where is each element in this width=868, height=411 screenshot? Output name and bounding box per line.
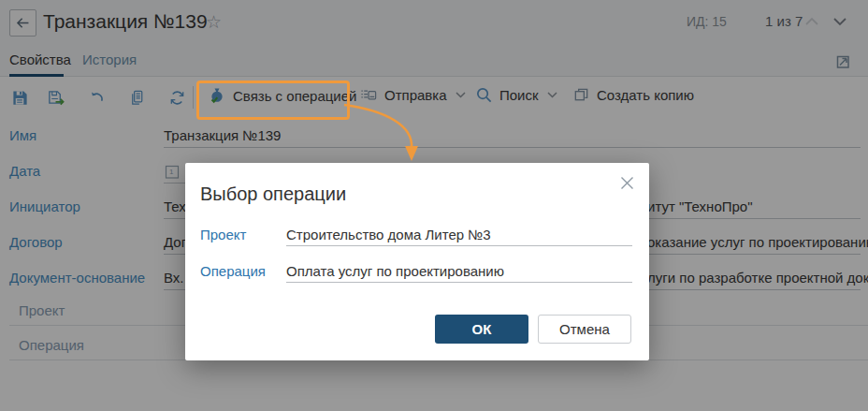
dialog-label-operation: Операция (200, 263, 266, 279)
app-window: Транзакция №139 ☆ ИД: 15 1 из 7 Свойства… (0, 0, 868, 411)
dialog-value-operation[interactable]: Оплата услуг по проектированию (286, 263, 504, 279)
dialog-field-underline (286, 245, 632, 246)
operation-select-dialog: Выбор операции Проект Строительство дома… (185, 163, 649, 360)
ok-button[interactable]: ОК (435, 315, 528, 344)
dialog-label-project: Проект (200, 227, 246, 242)
dialog-title: Выбор операции (200, 183, 346, 205)
cancel-button[interactable]: Отмена (538, 315, 631, 344)
dialog-value-project[interactable]: Строительство дома Литер №3 (286, 227, 491, 242)
dialog-field-underline (286, 282, 632, 283)
close-icon[interactable] (616, 172, 638, 194)
